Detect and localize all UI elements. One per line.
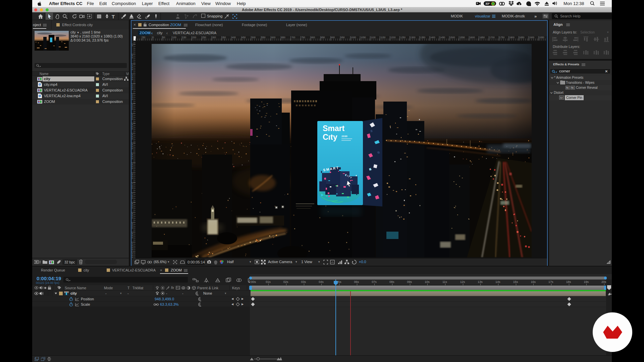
svg-text:Cıty: Cıty — [323, 133, 337, 141]
svg-text:2030: 2030 — [341, 135, 347, 138]
svg-text:Smart: Smart — [323, 124, 345, 133]
